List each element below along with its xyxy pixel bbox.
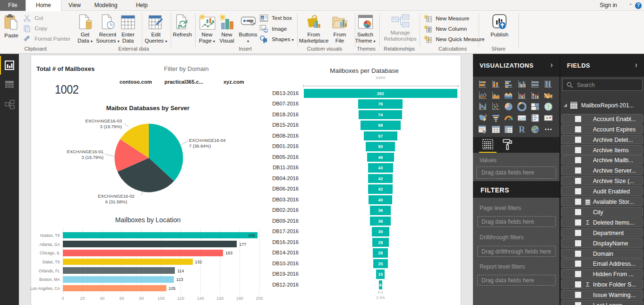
svg-text:!: ! xyxy=(485,113,487,118)
svg-text:123: 123 xyxy=(518,116,525,120)
svg-text:A: A xyxy=(261,16,264,20)
svg-text:R: R xyxy=(518,125,525,134)
